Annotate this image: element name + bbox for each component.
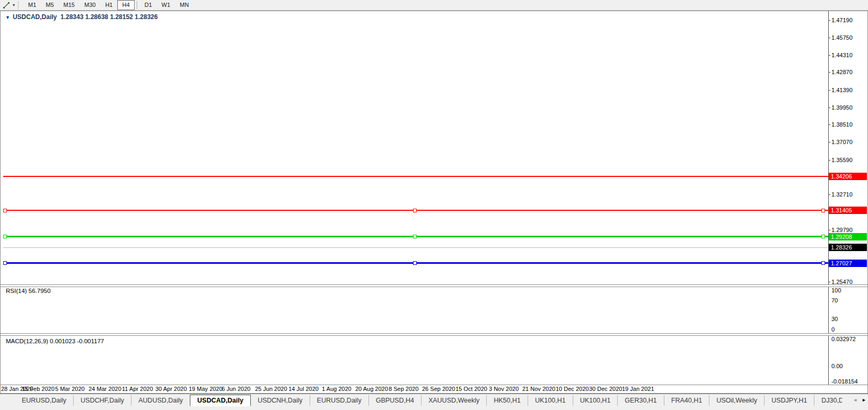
chart-tab-uk100-h1[interactable]: UK100,H1 <box>573 395 618 406</box>
trading-terminal: ▾ M1M5M15M30H1H4D1W1MN ▼USDCAD,Daily 1.2… <box>0 0 868 410</box>
line-handle-center[interactable] <box>413 209 417 212</box>
timeframe-button-m1[interactable]: M1 <box>23 0 41 10</box>
price-axis-label: 1.47190 <box>831 17 867 23</box>
chart-title: ▼USDCAD,Daily 1.28343 1.28638 1.28152 1.… <box>5 13 157 21</box>
tab-scroll-left-icon[interactable]: ◄ <box>853 396 857 404</box>
tab-scroll-right-icon[interactable]: ► <box>862 396 866 404</box>
price-axis-label: 1.32710 <box>831 191 867 198</box>
date-axis-label: 15 Feb 2020 <box>22 386 55 392</box>
price-badge-1.28326: 1.28326 <box>829 244 867 251</box>
chart-tab-audusd-daily[interactable]: AUDUSD,Daily <box>131 395 190 406</box>
chart-tab-ger30-h1[interactable]: GER30,H1 <box>617 395 663 406</box>
date-axis-label: 6 Jun 2020 <box>222 386 250 392</box>
date-axis-label: 30 Apr 2020 <box>155 386 187 392</box>
line-handle-right[interactable] <box>821 209 825 212</box>
price-axis-tick <box>828 282 830 282</box>
price-badge-1.29208: 1.29208 <box>829 233 867 240</box>
chart-tab-usdcnh-daily[interactable]: USDCNH,Daily <box>251 395 310 406</box>
tool-dropdown-caret[interactable]: ▾ <box>11 3 16 7</box>
price-axis-tick <box>828 20 830 21</box>
chart-tab-usdcad-daily[interactable]: USDCAD,Daily <box>190 395 251 406</box>
timeframe-button-h1[interactable]: H1 <box>100 0 117 10</box>
date-axis-label: 1 Aug 2020 <box>322 386 352 392</box>
chart-tab-usdjpy-h1[interactable]: USDJPY,H1 <box>764 395 814 406</box>
price-axis-tick <box>828 194 830 195</box>
price-badge-1.34206: 1.34206 <box>829 173 867 180</box>
date-axis-label: 19 Jan 2021 <box>622 386 654 392</box>
price-axis-tick <box>828 72 830 73</box>
date-axis-label: 10 Dec 2020 <box>556 386 589 392</box>
price-axis-tick <box>828 108 830 108</box>
date-axis-label: 24 Mar 2020 <box>89 386 121 392</box>
price-axis-tick <box>828 90 830 91</box>
line-handle-left[interactable] <box>3 261 7 265</box>
macd-label: MACD(12,26,9) 0.001023 -0.001177 <box>6 338 104 344</box>
date-axis-label: 8 Sep 2020 <box>389 386 418 392</box>
date-axis-label: 3 Nov 2020 <box>489 386 519 392</box>
line-handle-center[interactable] <box>413 261 417 265</box>
price-axis-tick <box>828 124 830 125</box>
date-axis-separator <box>1 385 867 385</box>
price-axis-line <box>828 11 829 385</box>
chart-tab-xauusd-weekly[interactable]: XAUUSD,Weekly <box>421 395 486 406</box>
line-handle-center[interactable] <box>413 235 417 238</box>
line-handle-left[interactable] <box>3 235 7 238</box>
price-axis-label: 1.39950 <box>831 104 867 111</box>
line-handle-right[interactable] <box>821 235 825 238</box>
timeframe-button-m30[interactable]: M30 <box>80 0 100 10</box>
timeframe-button-w1[interactable]: W1 <box>157 0 176 10</box>
date-axis-label: 14 Jul 2020 <box>288 386 319 392</box>
chart-tab-uk100-h1[interactable]: UK100,H1 <box>528 395 573 406</box>
chart-tab-dj30-daily[interactable]: DJ30,Daily <box>814 395 842 406</box>
price-axis-label: 1.38510 <box>831 121 867 128</box>
date-axis-label: 21 Nov 2020 <box>522 386 555 392</box>
price-axis-label: 1.45750 <box>831 34 867 41</box>
date-axis-label: 11 Apr 2020 <box>122 386 153 392</box>
timeframe-button-h4[interactable]: H4 <box>117 0 134 10</box>
timeframe-button-mn[interactable]: MN <box>175 0 194 10</box>
price-axis-label: 1.41390 <box>831 87 867 93</box>
chart-tab-usoil-weekly[interactable]: USOil,Weekly <box>709 395 764 406</box>
horizontal-line-1.34206[interactable] <box>3 176 828 177</box>
price-axis-tick <box>828 230 830 230</box>
chart-window <box>0 11 868 394</box>
date-axis-label: 25 Jun 2020 <box>255 386 287 392</box>
rsi-axis-label: 30 <box>831 316 867 322</box>
chart-tab-eurusd-daily[interactable]: EURUSD,Daily <box>310 395 369 406</box>
line-handle-left[interactable] <box>3 209 7 212</box>
line-tool-icon[interactable] <box>2 1 11 10</box>
date-axis-label: 26 Sep 2020 <box>422 386 455 392</box>
price-axis-tick <box>828 160 830 161</box>
timeframe-button-m5[interactable]: M5 <box>41 0 58 10</box>
chart-tab-usdchf-daily[interactable]: USDCHF,Daily <box>73 395 131 406</box>
date-axis-label: 5 Mar 2020 <box>55 386 85 392</box>
timeframe-button-m15[interactable]: M15 <box>59 0 80 10</box>
chart-tabs: EURUSD,DailyUSDCHF,DailyAUDUSD,DailyUSDC… <box>15 394 842 407</box>
rsi-label: RSI(14) 56.7950 <box>6 288 50 294</box>
rsi-pane-separator[interactable] <box>1 284 867 287</box>
date-axis-label: 19 May 2020 <box>189 386 223 392</box>
price-axis-tick <box>828 142 830 142</box>
chart-title-symbol: USDCAD,Daily <box>13 13 57 21</box>
macd-axis-label: 0.032972 <box>831 336 867 342</box>
macd-pane-separator[interactable] <box>1 333 867 336</box>
price-badge-1.31405: 1.31405 <box>829 207 867 214</box>
chart-tab-gbpusd-h4[interactable]: GBPUSD,H4 <box>369 395 421 406</box>
rsi-axis-label: 0 <box>831 326 867 333</box>
rsi-axis-label: 70 <box>831 297 867 304</box>
chart-title-collapse-icon[interactable]: ▼ <box>5 15 10 20</box>
current-price-line <box>3 247 828 248</box>
chart-tab-eurusd-daily[interactable]: EURUSD,Daily <box>15 395 73 406</box>
price-axis-tick <box>828 38 830 38</box>
date-axis-label: 15 Oct 2020 <box>455 386 487 392</box>
chart-tab-fra40-h1[interactable]: FRA40,H1 <box>664 395 709 406</box>
line-handle-right[interactable] <box>821 261 825 265</box>
date-axis-label: 20 Aug 2020 <box>355 386 388 392</box>
toolbar-grip[interactable] <box>18 2 21 9</box>
chart-tab-hk50-h1[interactable]: HK50,H1 <box>486 395 528 406</box>
chart-tab-bar: EURUSD,DailyUSDCHF,DailyAUDUSD,DailyUSDC… <box>0 394 868 410</box>
timeframe-button-d1[interactable]: D1 <box>140 0 157 10</box>
macd-axis-label: 0.00 <box>831 363 867 369</box>
price-badge-1.27027: 1.27027 <box>829 260 867 267</box>
price-axis-label: 1.44310 <box>831 52 867 58</box>
